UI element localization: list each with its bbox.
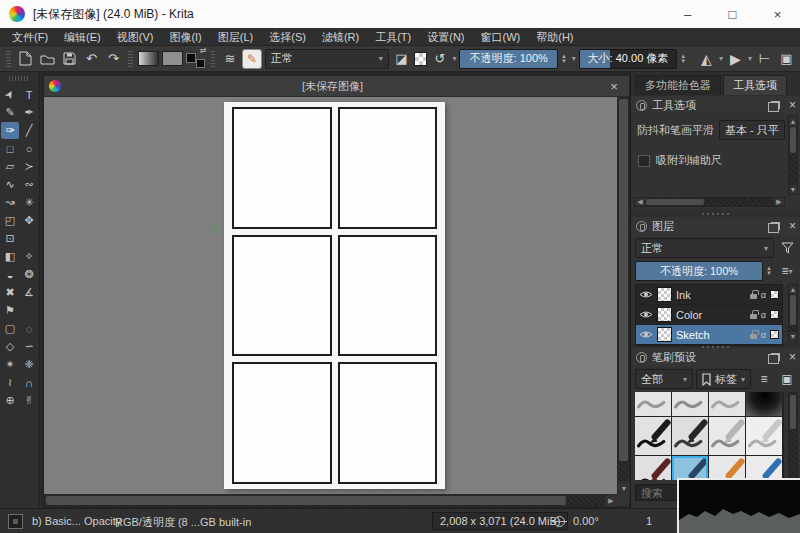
preset-display-mode-icon[interactable]: ▣ <box>777 369 797 389</box>
canvas-rotation-icon[interactable] <box>552 514 567 531</box>
toolbar-grip[interactable] <box>128 51 133 67</box>
edit-shapes-tool[interactable]: ✎ <box>1 104 19 121</box>
layer-row-color[interactable]: Colorα <box>636 305 782 325</box>
float-docker-icon[interactable] <box>771 222 780 230</box>
preset-ink-pen[interactable] <box>635 417 671 455</box>
rectangular-selection-tool[interactable]: ▢ <box>1 320 19 337</box>
brush-preset-chooser-icon[interactable]: ✎ <box>242 49 261 69</box>
select-shapes-tool[interactable]: ➤ <box>1 86 19 103</box>
blend-mode-dropdown[interactable]: 正常▾ <box>265 49 389 69</box>
tool-options-hscrollbar[interactable]: ◀ ▶ <box>634 197 785 207</box>
preserve-alpha-icon[interactable] <box>414 52 428 66</box>
preset-paint-brush[interactable] <box>635 456 671 480</box>
bezier-curve-tool[interactable]: ∿ <box>1 176 19 193</box>
redo-icon[interactable]: ↷ <box>104 49 123 69</box>
preset-detail-brush-orange[interactable] <box>709 456 745 480</box>
freehand-selection-tool[interactable]: ∽ <box>20 338 38 355</box>
size-slider[interactable]: 大小: 40.00 像素 <box>579 49 678 69</box>
layer-row-sketch[interactable]: Sketchα <box>636 325 782 345</box>
preset-filter-dropdown[interactable]: 全部▾ <box>635 369 693 389</box>
menu-layer[interactable]: 图层(L) <box>210 28 261 46</box>
close-docker-icon[interactable]: × <box>789 98 796 112</box>
text-tool[interactable]: T <box>20 86 38 103</box>
layer-blend-mode-dropdown[interactable]: 正常▾ <box>635 238 774 258</box>
zoom-tool[interactable]: ⊕ <box>1 392 19 409</box>
scroll-up-icon[interactable]: ▲ <box>789 285 797 294</box>
opacity-spinner[interactable]: ▲▼ <box>561 54 569 64</box>
reference-images-tool[interactable]: ⚑ <box>1 302 19 319</box>
pan-tool[interactable]: ✌ <box>20 392 38 409</box>
polygon-tool[interactable]: ▱ <box>1 158 19 175</box>
transform-tool[interactable]: ◰ <box>1 212 19 229</box>
docker-lock-icon[interactable] <box>636 352 647 363</box>
visibility-eye-icon[interactable] <box>639 309 653 320</box>
preset-eraser-small[interactable] <box>709 392 745 416</box>
fill-tool[interactable]: ◒ <box>1 266 19 283</box>
menu-select[interactable]: 选择(S) <box>261 28 314 46</box>
float-docker-icon[interactable] <box>771 353 780 361</box>
scroll-right-icon[interactable]: ▶ <box>605 495 617 507</box>
swap-colors-icon[interactable]: ⇄ <box>200 46 207 55</box>
calligraphy-tool[interactable]: ✒ <box>20 104 38 121</box>
tab-advanced-color-selector[interactable]: 多功能拾色器 <box>635 75 721 95</box>
menu-view[interactable]: 视图(V) <box>109 28 162 46</box>
canvas-horizontal-scrollbar[interactable]: ▶ <box>44 494 617 506</box>
preset-pen-fine[interactable] <box>746 417 782 455</box>
close-docker-icon[interactable]: × <box>789 350 796 364</box>
new-document-icon[interactable] <box>16 49 35 69</box>
open-document-icon[interactable] <box>38 49 57 69</box>
lock-icon[interactable] <box>750 334 757 339</box>
inherit-alpha-icon[interactable] <box>770 290 779 299</box>
preset-list-menu-icon[interactable]: ≡ <box>754 369 774 389</box>
multibrush-tool[interactable]: ✳ <box>20 194 38 211</box>
preset-airbrush-soft[interactable] <box>746 392 782 416</box>
menu-file[interactable]: 文件(F) <box>4 28 56 46</box>
canvas-vertical-scrollbar[interactable]: ▼ <box>617 97 629 494</box>
layers-titlebar[interactable]: 图层 × <box>631 217 800 235</box>
inherit-alpha-icon[interactable] <box>770 330 779 339</box>
reload-dropdown-caret[interactable]: ▾ <box>452 54 456 63</box>
similar-color-selection-tool[interactable]: ❈ <box>20 356 38 373</box>
opacity-dropdown-caret[interactable]: ▾ <box>572 54 576 63</box>
measure-tool[interactable]: ∡ <box>20 284 38 301</box>
smoothing-dropdown[interactable]: 基本 - 只平滑笔画 <box>719 120 785 140</box>
preset-pencil-blue[interactable] <box>746 456 782 480</box>
docker-lock-icon[interactable] <box>636 100 647 111</box>
scroll-up-icon[interactable]: ▲ <box>789 117 797 126</box>
brush-settings-icon[interactable]: ≋ <box>220 49 239 69</box>
toolbar-grip[interactable] <box>6 51 11 67</box>
scrollbar-thumb[interactable] <box>790 395 796 429</box>
scrollbar-thumb[interactable] <box>790 127 796 153</box>
lock-icon[interactable] <box>750 314 757 319</box>
tool-options-titlebar[interactable]: 工具选项 × <box>631 96 800 114</box>
preset-eraser-circle[interactable] <box>672 392 708 416</box>
rotation-angle[interactable]: 0.00° <box>573 515 599 527</box>
close-docker-icon[interactable]: × <box>789 219 796 233</box>
opacity-slider[interactable]: 不透明度: 100% <box>459 49 558 69</box>
preset-ink-brush[interactable] <box>672 456 708 480</box>
mirror-vertical-caret[interactable]: ▾ <box>748 54 752 63</box>
gradient-tool[interactable]: ◧ <box>1 248 19 265</box>
freehand-brush-tool[interactable]: ✑ <box>1 122 19 139</box>
foreground-background-colors[interactable]: ⇄ <box>186 49 205 68</box>
layer-opacity-slider[interactable]: 不透明度: 100% <box>635 261 763 281</box>
size-spinner[interactable]: ▲▼ <box>680 54 688 64</box>
docker-splitter[interactable] <box>631 211 800 216</box>
layer-thumbnail[interactable] <box>657 287 672 302</box>
close-button[interactable]: × <box>755 0 800 28</box>
inherit-alpha-icon[interactable] <box>770 310 779 319</box>
save-icon[interactable] <box>60 49 79 69</box>
layer-row-ink[interactable]: Inkα <box>636 285 782 305</box>
layer-opacity-spinner[interactable]: ▲▼ <box>766 266 774 276</box>
preset-pen-silver[interactable] <box>709 417 745 455</box>
menu-filter[interactable]: 滤镜(R) <box>314 28 367 46</box>
layer-filter-icon[interactable] <box>777 238 797 258</box>
scroll-down-icon[interactable]: ▼ <box>789 332 797 341</box>
alpha-lock-icon[interactable]: α <box>761 330 766 340</box>
visibility-eye-icon[interactable] <box>639 289 653 300</box>
toolbox-grip[interactable] <box>9 76 30 81</box>
scroll-left-icon[interactable]: ◀ <box>635 198 645 206</box>
brush-presets-titlebar[interactable]: 笔刷预设 × <box>631 348 800 366</box>
pattern-chooser[interactable] <box>162 51 183 66</box>
dynamic-brush-tool[interactable]: ↝ <box>1 194 19 211</box>
